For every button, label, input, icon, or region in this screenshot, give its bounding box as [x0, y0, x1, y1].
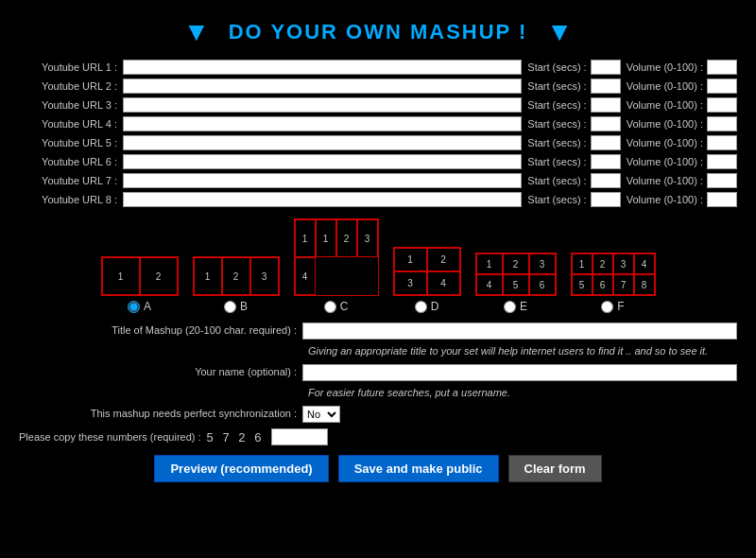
start-input-5[interactable] [591, 135, 621, 150]
layout-radio-b[interactable] [224, 301, 236, 313]
title-hint: Giving an appropriate title to your set … [308, 345, 737, 357]
layout-cell: 3 [250, 257, 279, 295]
layout-grid-d: 1 2 3 4 [393, 247, 461, 296]
volume-input-2[interactable] [707, 78, 737, 94]
start-label-3: Start (secs) : [527, 99, 586, 111]
url-row: Youtube URL 2 : Start (secs) : Volume (0… [19, 78, 737, 94]
url-input-3[interactable] [123, 97, 522, 113]
layout-cell: 8 [634, 274, 655, 295]
captcha-input[interactable] [271, 428, 328, 445]
layout-option-a: 1 2 A [101, 256, 179, 313]
url-label-8: Youtube URL 8 : [19, 194, 123, 205]
layout-radio-e[interactable] [504, 301, 516, 313]
url-rows-container: Youtube URL 1 : Start (secs) : Volume (0… [19, 60, 737, 207]
volume-label-5: Volume (0-100) : [627, 137, 703, 148]
start-input-3[interactable] [591, 97, 621, 113]
layout-radio-a[interactable] [128, 301, 140, 313]
layout-label-b: B [240, 300, 248, 313]
layout-grid-b: 1 2 3 [193, 256, 280, 296]
url-row: Youtube URL 1 : Start (secs) : Volume (0… [19, 60, 737, 75]
url-label-2: Youtube URL 2 : [19, 80, 123, 92]
volume-input-1[interactable] [707, 60, 737, 75]
layout-cell: 2 [427, 248, 460, 271]
url-input-7[interactable] [123, 173, 522, 188]
volume-input-5[interactable] [707, 135, 737, 150]
layout-cell: 6 [529, 274, 556, 295]
volume-label-2: Volume (0-100) : [627, 80, 703, 92]
layout-radio-c[interactable] [324, 301, 336, 313]
layout-option-c: 1 1 2 3 4 C [294, 218, 379, 313]
volume-input-8[interactable] [707, 192, 737, 207]
layout-cell: 1 [316, 219, 336, 257]
title-input[interactable] [302, 323, 737, 340]
url-label-4: Youtube URL 4 : [19, 118, 123, 130]
volume-label-7: Volume (0-100) : [627, 175, 703, 186]
name-hint: For easier future searches, put a userna… [308, 387, 737, 398]
start-label-6: Start (secs) : [527, 156, 586, 167]
layout-cell: 6 [593, 274, 613, 295]
layout-label-e: E [520, 300, 527, 313]
layout-cell: 4 [634, 253, 655, 274]
url-input-4[interactable] [123, 116, 522, 131]
captcha-row: Please copy these numbers (required) : 5… [19, 428, 737, 445]
start-label-5: Start (secs) : [527, 137, 586, 148]
button-row: Preview (recommended) Save and make publ… [9, 455, 747, 482]
layout-label-d: D [431, 300, 439, 313]
clear-button[interactable]: Clear form [508, 455, 602, 482]
name-label: Your name (optional) : [19, 364, 302, 377]
layout-label-c: C [340, 300, 349, 313]
arrow-left-icon: ▼ [183, 19, 210, 45]
save-button[interactable]: Save and make public [338, 455, 499, 482]
start-input-7[interactable] [591, 173, 621, 188]
layout-cell: 3 [394, 271, 427, 295]
arrow-right-icon: ▼ [546, 19, 573, 45]
layout-cell: 2 [222, 257, 250, 295]
url-row: Youtube URL 3 : Start (secs) : Volume (0… [19, 97, 737, 113]
preview-button[interactable]: Preview (recommended) [154, 455, 328, 482]
start-label-7: Start (secs) : [527, 175, 586, 186]
layout-cell: 2 [503, 253, 529, 274]
layout-option-b: 1 2 3 B [193, 256, 280, 313]
start-input-2[interactable] [591, 78, 621, 94]
start-input-1[interactable] [591, 60, 621, 75]
url-input-5[interactable] [123, 135, 522, 150]
url-row: Youtube URL 5 : Start (secs) : Volume (0… [19, 135, 737, 150]
sync-select[interactable]: No Yes [302, 406, 340, 423]
url-input-8[interactable] [123, 192, 522, 207]
layout-radio-d[interactable] [415, 301, 427, 313]
layout-cell: 5 [503, 274, 529, 295]
volume-label-8: Volume (0-100) : [627, 194, 703, 205]
layout-option-d: 1 2 3 4 D [393, 247, 461, 313]
url-row: Youtube URL 8 : Start (secs) : Volume (0… [19, 192, 737, 207]
url-row: Youtube URL 7 : Start (secs) : Volume (0… [19, 173, 737, 188]
layout-cell: 4 [295, 257, 316, 295]
layout-section: 1 2 A 1 2 3 B 1 1 2 [9, 218, 747, 313]
sync-row: This mashup needs perfect synchronizatio… [19, 406, 737, 423]
layout-grid-e: 1 2 3 4 5 6 [475, 253, 557, 296]
name-row: Your name (optional) : [19, 364, 737, 381]
url-label-1: Youtube URL 1 : [19, 61, 123, 73]
volume-input-3[interactable] [707, 97, 737, 113]
start-label-4: Start (secs) : [527, 118, 586, 130]
url-label-7: Youtube URL 7 : [19, 175, 123, 186]
volume-label-3: Volume (0-100) : [627, 99, 703, 111]
start-input-4[interactable] [591, 116, 621, 131]
layout-label-a: A [144, 300, 151, 313]
start-input-8[interactable] [591, 192, 621, 207]
url-input-2[interactable] [123, 78, 522, 94]
volume-input-7[interactable] [707, 173, 737, 188]
name-input[interactable] [302, 364, 737, 381]
layout-radio-f[interactable] [601, 301, 613, 313]
layout-cell: 3 [357, 219, 378, 257]
layout-cell: 1 [394, 248, 427, 271]
layout-cell: 3 [529, 253, 556, 274]
volume-input-6[interactable] [707, 154, 737, 169]
start-label-1: Start (secs) : [527, 61, 586, 73]
captcha-label: Please copy these numbers (required) : [19, 431, 201, 443]
volume-input-4[interactable] [707, 116, 737, 131]
start-input-6[interactable] [591, 154, 621, 169]
url-input-6[interactable] [123, 154, 522, 169]
url-input-1[interactable] [123, 60, 522, 75]
title-row: Title of Mashup (20-100 char. required) … [19, 323, 737, 340]
layout-grid-c: 1 1 2 3 4 [294, 218, 379, 296]
